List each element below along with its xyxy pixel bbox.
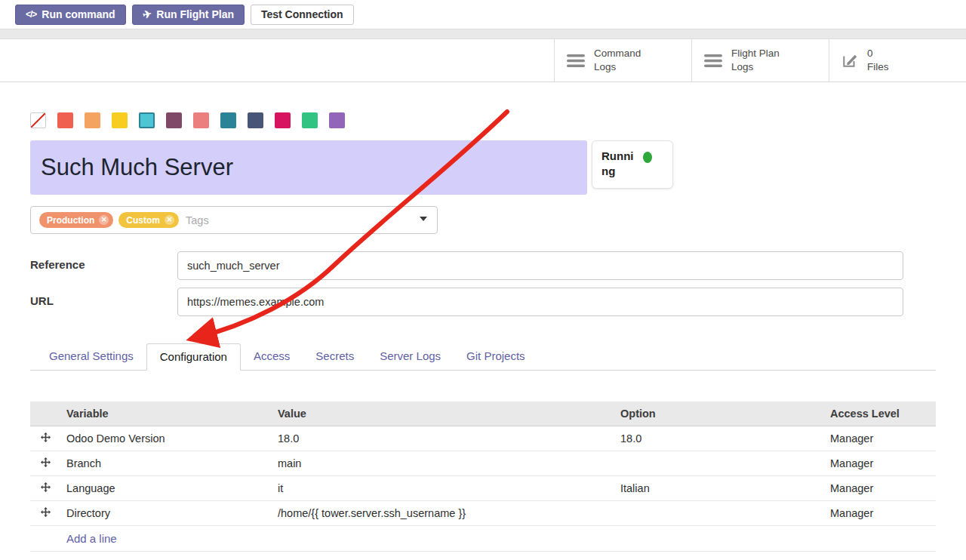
swatch-no-color[interactable] bbox=[30, 112, 46, 128]
status-label: Running bbox=[601, 149, 636, 180]
column-header-value: Value bbox=[272, 402, 614, 426]
url-label: URL bbox=[30, 288, 177, 307]
notebook-tabs: General Settings Configuration Access Se… bbox=[30, 343, 936, 371]
url-input[interactable] bbox=[177, 288, 903, 316]
cell-variable[interactable]: Odoo Demo Version bbox=[60, 426, 272, 451]
run-flight-plan-button[interactable]: ✈ Run Flight Plan bbox=[132, 5, 245, 25]
files-count: 0 bbox=[867, 48, 873, 59]
tab-configuration[interactable]: Configuration bbox=[146, 343, 241, 371]
cell-variable[interactable]: Branch bbox=[60, 451, 272, 476]
cell-access-level[interactable]: Manager bbox=[824, 501, 936, 526]
cell-access-level[interactable]: Manager bbox=[824, 426, 936, 451]
swatch-fuchsia[interactable] bbox=[275, 112, 291, 128]
stat-button-bar: Command Logs Flight Plan Logs 0 Files bbox=[0, 39, 966, 82]
swatch-yellow[interactable] bbox=[112, 112, 128, 128]
cell-value[interactable]: 18.0 bbox=[272, 426, 614, 451]
files-text: Files bbox=[867, 61, 889, 72]
status-button[interactable]: Running bbox=[592, 140, 673, 189]
cell-variable[interactable]: Language bbox=[60, 476, 272, 501]
url-field-row: URL bbox=[30, 288, 936, 316]
handle-column-header bbox=[30, 402, 60, 426]
tag-custom-label: Custom bbox=[126, 215, 160, 226]
swatch-cyan-selected[interactable] bbox=[139, 112, 155, 128]
table-row: Directory /home/{{ tower.server.ssh_user… bbox=[30, 501, 936, 526]
run-flight-plan-label: Run Flight Plan bbox=[156, 8, 234, 20]
list-icon bbox=[704, 54, 722, 68]
main-content: Such Much Server Running Production ✕ Cu… bbox=[0, 112, 966, 552]
swatch-orange[interactable] bbox=[85, 112, 100, 128]
cell-value[interactable]: main bbox=[272, 451, 614, 476]
move-icon bbox=[41, 457, 51, 467]
swatch-salmon[interactable] bbox=[193, 112, 209, 128]
files-button[interactable]: 0 Files bbox=[829, 39, 966, 82]
command-logs-button[interactable]: Command Logs bbox=[554, 39, 691, 82]
cell-value[interactable]: /home/{{ tower.server.ssh_username }} bbox=[272, 501, 614, 526]
code-icon: </> bbox=[26, 9, 36, 20]
tab-secrets[interactable]: Secrets bbox=[303, 343, 367, 370]
table-row: Branch main Manager bbox=[30, 451, 936, 476]
add-line-row: Add a line bbox=[30, 526, 936, 552]
tag-remove-icon[interactable]: ✕ bbox=[165, 215, 174, 225]
drag-handle[interactable] bbox=[30, 426, 60, 451]
cell-option[interactable] bbox=[614, 451, 824, 476]
swatch-purple[interactable] bbox=[329, 112, 345, 128]
cell-option[interactable]: Italian bbox=[614, 476, 824, 501]
run-command-button[interactable]: </> Run command bbox=[15, 5, 126, 25]
tags-input[interactable]: Production ✕ Custom ✕ Tags bbox=[30, 206, 438, 234]
column-header-access-level: Access Level bbox=[824, 402, 936, 426]
table-header-row: Variable Value Option Access Level bbox=[30, 402, 936, 426]
title-row: Such Much Server Running bbox=[30, 140, 936, 195]
reference-label: Reference bbox=[30, 251, 177, 271]
move-icon bbox=[41, 507, 51, 517]
drag-handle[interactable] bbox=[30, 476, 60, 501]
tags-placeholder: Tags bbox=[186, 214, 209, 226]
tab-server-logs[interactable]: Server Logs bbox=[367, 343, 454, 370]
list-icon bbox=[567, 54, 585, 68]
table-row: Language it Italian Manager bbox=[30, 476, 936, 501]
cell-option[interactable] bbox=[614, 501, 824, 526]
reference-field-row: Reference bbox=[30, 251, 936, 280]
edit-icon bbox=[841, 52, 858, 69]
color-swatch-row bbox=[30, 112, 936, 128]
cell-access-level[interactable]: Manager bbox=[824, 476, 936, 501]
configuration-table: Variable Value Option Access Level Odoo … bbox=[30, 402, 936, 552]
flight-plan-logs-button[interactable]: Flight Plan Logs bbox=[691, 39, 829, 82]
swatch-red[interactable] bbox=[57, 112, 73, 128]
flight-plan-logs-label: Flight Plan Logs bbox=[731, 47, 801, 73]
separator-strip bbox=[0, 29, 966, 39]
column-header-variable: Variable bbox=[60, 402, 272, 426]
drag-handle[interactable] bbox=[30, 451, 60, 476]
command-logs-label: Command Logs bbox=[594, 47, 663, 73]
run-command-label: Run command bbox=[42, 8, 115, 20]
files-label: 0 Files bbox=[867, 47, 937, 73]
tag-remove-icon[interactable]: ✕ bbox=[99, 215, 109, 225]
move-icon bbox=[41, 482, 51, 492]
tag-custom: Custom ✕ bbox=[118, 212, 179, 228]
cell-variable[interactable]: Directory bbox=[60, 501, 272, 526]
chevron-down-icon[interactable] bbox=[420, 217, 427, 221]
column-header-option: Option bbox=[614, 402, 824, 426]
drag-handle[interactable] bbox=[30, 501, 60, 526]
status-dot bbox=[643, 152, 652, 163]
tab-git-projects[interactable]: Git Projects bbox=[454, 343, 538, 370]
tag-production-label: Production bbox=[47, 215, 94, 226]
tab-access[interactable]: Access bbox=[241, 343, 303, 370]
cell-access-level[interactable]: Manager bbox=[824, 451, 936, 476]
tab-general-settings[interactable]: General Settings bbox=[36, 343, 146, 370]
cell-option[interactable]: 18.0 bbox=[614, 426, 824, 451]
add-a-line-link[interactable]: Add a line bbox=[66, 532, 117, 545]
top-toolbar: </> Run command ✈ Run Flight Plan Test C… bbox=[0, 0, 966, 29]
server-name-input[interactable]: Such Much Server bbox=[30, 140, 587, 195]
plane-icon: ✈ bbox=[141, 8, 152, 21]
swatch-green[interactable] bbox=[302, 112, 318, 128]
test-connection-label: Test Connection bbox=[261, 8, 343, 20]
table-row: Odoo Demo Version 18.0 18.0 Manager bbox=[30, 426, 936, 451]
test-connection-button[interactable]: Test Connection bbox=[251, 5, 354, 25]
reference-input[interactable] bbox=[177, 251, 903, 280]
swatch-teal[interactable] bbox=[220, 112, 236, 128]
swatch-dark-blue[interactable] bbox=[248, 112, 263, 128]
cell-value[interactable]: it bbox=[272, 476, 614, 501]
tag-production: Production ✕ bbox=[39, 212, 113, 228]
swatch-dark-purple[interactable] bbox=[166, 112, 182, 128]
move-icon bbox=[41, 432, 51, 442]
